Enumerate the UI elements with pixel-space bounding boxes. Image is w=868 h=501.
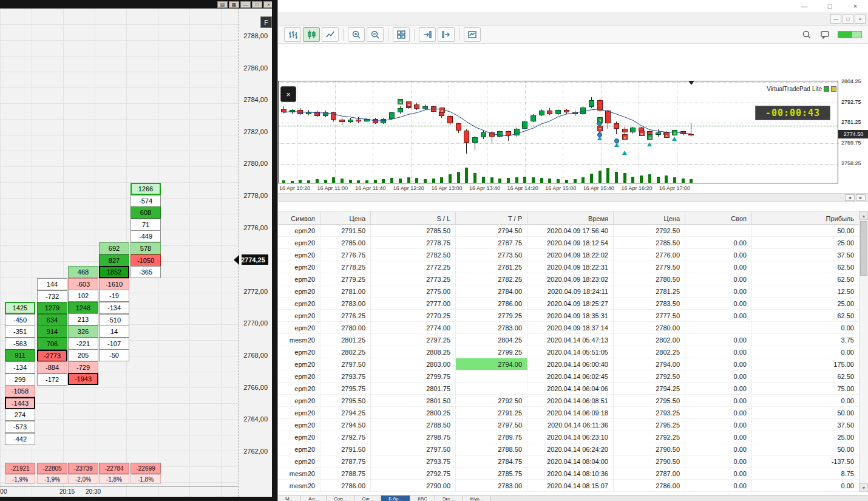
cluster-chart-area[interactable]: [0, 9, 238, 497]
volume-bar: [490, 177, 493, 183]
table-cell: 2801.75: [371, 383, 456, 395]
table-row[interactable]: epm202778.252772.252781.252020.04.09 18:…: [278, 261, 860, 273]
table-row[interactable]: epm202793.752799.752020.04.14 06:02:4527…: [278, 370, 860, 383]
column-header-8[interactable]: Прибыль: [752, 211, 860, 225]
price-axis[interactable]: 2788,002786,002784,002782,002780,002778,…: [238, 9, 273, 497]
table-row[interactable]: mesm202786.002790.002783.002020.04.14 08…: [278, 480, 860, 492]
left-window-titlebar[interactable]: ▤▦—□×: [0, 0, 277, 9]
trade-marker-au: [647, 142, 652, 146]
table-row[interactable]: epm202780.002774.002783.002020.04.09 18:…: [278, 322, 860, 334]
hscroll-right-button[interactable]: ►: [856, 194, 866, 201]
table-row[interactable]: epm202776.752782.502773.502020.04.09 18:…: [278, 249, 860, 261]
toolbox-tab[interactable]: Ал...: [301, 496, 327, 501]
toolbox-tab[interactable]: КВС: [410, 496, 435, 501]
hscroll-left-button[interactable]: ◄: [845, 194, 855, 201]
column-header-5[interactable]: Время: [527, 211, 614, 225]
panel-close-button[interactable]: ×: [280, 86, 296, 102]
bars-button[interactable]: [284, 27, 301, 42]
column-header-1[interactable]: Символ: [278, 211, 320, 225]
table-cell: 0.00: [685, 443, 752, 455]
close-button[interactable]: ×: [843, 0, 868, 12]
zoom-out-button[interactable]: [367, 27, 384, 42]
table-row[interactable]: epm202795.502801.502792.502020.04.14 06:…: [278, 395, 860, 407]
shift-button[interactable]: [438, 27, 455, 42]
chart-time-label: 16 Apr 12:20: [393, 185, 424, 191]
candle: [506, 131, 511, 135]
chart-window-bar[interactable]: —□×: [278, 12, 868, 26]
table-row[interactable]: epm202794.502788.502797.502020.04.14 06:…: [278, 419, 860, 431]
table-cell: 2787.75: [456, 237, 527, 249]
line-button[interactable]: [322, 27, 339, 42]
table-cell: 2799.75: [371, 370, 456, 383]
volume-bar: [557, 179, 560, 183]
candles-button[interactable]: [303, 27, 320, 42]
toolbox-tab[interactable]: Б.бр...: [381, 496, 410, 501]
column-header-4[interactable]: T / P: [456, 211, 527, 225]
scroll-up-button[interactable]: ▲: [860, 211, 868, 220]
table-row[interactable]: epm202794.252800.252791.252020.04.14 06:…: [278, 407, 860, 419]
chart-hscrollbar[interactable]: ◄ ►: [278, 193, 868, 202]
table-row[interactable]: epm202802.252808.252799.252020.04.14 05:…: [278, 346, 860, 358]
maximize-button[interactable]: □: [252, 1, 262, 8]
column-header-7[interactable]: Своп: [685, 211, 752, 225]
toolbox-tab[interactable]: Жур...: [463, 496, 491, 501]
table-row[interactable]: epm202779.252773.252782.252020.04.09 18:…: [278, 273, 860, 285]
table-row[interactable]: epm202797.502803.002794.002020.04.14 06:…: [278, 358, 860, 370]
trade-marker-au: [597, 136, 602, 140]
table-cell: epm20: [278, 322, 320, 334]
zoom-in-button[interactable]: [348, 27, 365, 42]
table-cell: 2797.25: [371, 334, 456, 346]
candlestick-plot[interactable]: ××××××××××: [278, 81, 838, 183]
table-cell: 2790.00: [371, 480, 456, 492]
doc-minimize-button[interactable]: —: [830, 14, 841, 24]
scroll-down-button[interactable]: ▼: [860, 483, 868, 492]
table-cell: epm20: [278, 395, 320, 407]
table-cell: 2781.25: [614, 285, 685, 298]
table-row[interactable]: epm202792.752798.752789.752020.04.14 06:…: [278, 431, 860, 443]
indicators-button[interactable]: [464, 27, 481, 42]
window-edge-bar[interactable]: [272, 0, 277, 501]
table-row[interactable]: mesm202788.752792.752785.752020.04.14 08…: [278, 468, 860, 480]
autoscroll-button[interactable]: [419, 27, 436, 42]
maximize-button[interactable]: □: [817, 0, 843, 12]
table-row[interactable]: epm202791.502785.502794.502020.04.09 17:…: [278, 225, 860, 237]
toolbox-tab[interactable]: Экс...: [435, 496, 463, 501]
tile-button[interactable]: [393, 27, 410, 42]
vtp-lite: Lite: [812, 86, 822, 92]
doc-restore-button[interactable]: □: [843, 14, 853, 24]
minimize-button[interactable]: —: [792, 0, 817, 12]
table-cell: 2020.04.09 18:37:14: [527, 322, 614, 334]
scrollbar-thumb[interactable]: [860, 221, 867, 276]
table-row[interactable]: epm202787.752793.752784.752020.04.14 08:…: [278, 455, 860, 468]
table-cell: 2770.25: [371, 310, 456, 322]
column-header-6[interactable]: Цена: [614, 211, 685, 225]
chart-canvas[interactable]: ×××××××××× × VirtualTradePad Lite -00:00…: [278, 44, 868, 193]
terminal-titlebar[interactable]: —□×: [278, 0, 868, 13]
table-row[interactable]: epm202783.002777.002786.002020.04.09 18:…: [278, 298, 860, 310]
volume-bar: [465, 168, 468, 183]
volume-bar: [440, 177, 443, 183]
doc-close-button[interactable]: ×: [855, 14, 866, 24]
chat-icon[interactable]: [819, 29, 830, 40]
grid-view-icon[interactable]: ▤: [217, 1, 228, 8]
toolbox-tab[interactable]: М...: [278, 496, 301, 501]
terminal-window: —□× —□× ×××××××××× × VirtualTradePad: [277, 0, 868, 501]
table-row[interactable]: epm202791.502797.502788.502020.04.14 06:…: [278, 443, 860, 455]
chart-flag-button[interactable]: F: [260, 16, 272, 28]
volume-bar: [581, 177, 585, 183]
table-scrollbar[interactable]: ▲ ▼: [859, 211, 868, 492]
table-row[interactable]: epm202785.002778.752787.752020.04.09 18:…: [278, 237, 860, 249]
volume-bar: [673, 177, 676, 183]
table-row[interactable]: epm202776.252770.252779.252020.04.09 18:…: [278, 310, 860, 322]
search-icon[interactable]: [801, 29, 812, 40]
minimize-button[interactable]: —: [240, 1, 251, 8]
table-cell: 2795.50: [614, 395, 685, 407]
table-row[interactable]: epm202795.752801.752020.04.14 06:04:0627…: [278, 383, 860, 395]
toolbox-tab[interactable]: Сов...: [327, 496, 354, 501]
column-header-3[interactable]: S / L: [371, 211, 456, 225]
toolbox-tab[interactable]: Сиг...: [354, 496, 381, 501]
column-header-2[interactable]: Цена: [320, 211, 371, 225]
table-row[interactable]: mesm202801.252797.252804.252020.04.14 05…: [278, 334, 860, 346]
layers-icon[interactable]: ▦: [229, 1, 239, 8]
table-row[interactable]: epm202781.002775.002784.002020.04.09 18:…: [278, 285, 860, 298]
